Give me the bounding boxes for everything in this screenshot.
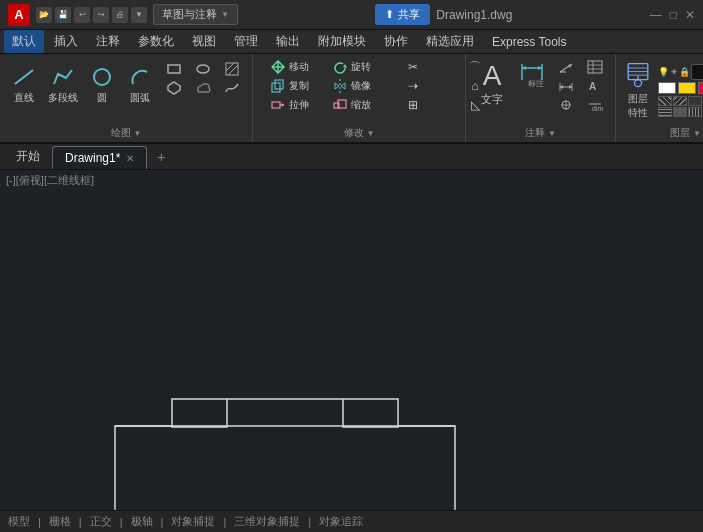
draw-polyline-btn[interactable]: 多段线 [44,58,82,112]
menu-item-view[interactable]: 视图 [184,30,224,53]
layer-group-arrow[interactable]: ▼ [693,129,701,138]
dim-linear-icon[interactable] [552,77,580,95]
status-divider-6: | [308,516,311,528]
svg-rect-47 [0,206,703,496]
extend-btn[interactable]: ⇢ [383,77,443,95]
polygon-icon[interactable] [160,79,188,97]
menu-item-featured[interactable]: 精选应用 [418,30,482,53]
text-label: 文字 [481,92,503,107]
tab-add-btn[interactable]: + [149,145,173,169]
line-icon [12,65,36,89]
layer-properties-btn[interactable]: 图层特性 [622,58,654,122]
circle-label: 圆 [97,91,107,105]
draw-arc-btn[interactable]: 圆弧 [122,58,158,112]
rect-icon[interactable] [160,60,188,78]
lock-icon[interactable]: 🔒 [679,67,690,77]
svg-text:A: A [589,81,596,92]
modify-group-arrow[interactable]: ▼ [367,129,375,138]
status-polar[interactable]: 极轴 [131,514,153,529]
color-swatch-yellow [678,82,696,94]
status-otrack[interactable]: 对象追踪 [319,514,363,529]
text-btn[interactable]: A 文字 [472,58,512,124]
ribbon-group-layer: 图层特性 💡 ☀ 🔒 0 [616,54,703,142]
hatch-icon[interactable] [218,60,246,78]
maximize-btn[interactable]: □ [670,8,677,22]
svg-point-45 [634,80,641,87]
trim-btn[interactable]: ✂ [383,58,443,76]
share-button[interactable]: ⬆ 共享 [375,4,430,25]
draw-group-arrow[interactable]: ▼ [134,129,142,138]
workspace-dropdown[interactable]: 草图与注释 ▼ [153,4,238,25]
menu-item-express[interactable]: Express Tools [484,32,574,52]
move-btn[interactable]: 移动 [259,58,319,76]
layer-properties-label: 图层特性 [628,92,648,120]
workspace-dropdown-arrow: ▼ [221,10,229,19]
quick-dim-icon[interactable]: dim [581,96,609,114]
cloud-icon[interactable] [189,79,217,97]
annotate-extra: A dim [552,58,609,124]
title-bar: A 📂 💾 ↩ ↪ 🖨 ▼ 草图与注释 ▼ ⬆ 共享 Drawing1.dwg … [0,0,703,30]
table-icon[interactable] [581,58,609,76]
array-btn[interactable]: ⊞ [383,96,443,114]
status-ortho[interactable]: 正交 [90,514,112,529]
pattern-3[interactable] [688,96,702,106]
line-label: 直线 [14,91,34,105]
layer-number-input[interactable]: 0 [691,64,703,80]
menu-item-parametric[interactable]: 参数化 [130,30,182,53]
status-model[interactable]: 模型 [8,514,30,529]
menu-item-output[interactable]: 输出 [268,30,308,53]
share-label: 共享 [398,7,420,22]
status-divider-3: | [120,516,123,528]
mirror-btn[interactable]: 镜像 [321,77,381,95]
spline-icon[interactable] [218,79,246,97]
ribbon-group-annotate: A 文字 标注 [466,54,616,142]
tab-close-btn[interactable]: ✕ [126,153,134,164]
ribbon-content: 直线 多段线 圆 [0,54,703,142]
leader-icon[interactable] [552,58,580,76]
status-3dosnap[interactable]: 三维对象捕捉 [234,514,300,529]
canvas-area[interactable]: 1 2 [0,192,703,510]
draw-circle-btn[interactable]: 圆 [84,58,120,112]
annotate-group-arrow[interactable]: ▼ [548,129,556,138]
draw-line-btn[interactable]: 直线 [6,58,42,112]
menu-item-annotate[interactable]: 注释 [88,30,128,53]
drawing1-tab[interactable]: Drawing1* ✕ [52,146,147,169]
pattern-2[interactable] [673,96,687,106]
menu-item-manage[interactable]: 管理 [226,30,266,53]
pattern-5[interactable] [673,107,687,117]
center-mark-icon[interactable] [552,96,580,114]
stretch-btn[interactable]: 拉伸 [259,96,319,114]
status-grid[interactable]: 栅格 [49,514,71,529]
scale-btn[interactable]: 缩放 [321,96,381,114]
light-bulb-icon[interactable]: 💡 [658,67,669,77]
menu-item-addon[interactable]: 附加模块 [310,30,374,53]
quick-redo-btn[interactable]: ↪ [93,7,109,23]
pattern-4[interactable] [658,107,672,117]
status-osnap[interactable]: 对象捕捉 [171,514,215,529]
quick-undo-btn[interactable]: ↩ [74,7,90,23]
mtext-icon[interactable]: A [581,77,609,95]
minimize-btn[interactable]: — [650,8,662,22]
menu-item-default[interactable]: 默认 [4,30,44,53]
stretch-icon [270,97,286,113]
close-btn[interactable]: ✕ [685,8,695,22]
menu-item-collaborate[interactable]: 协作 [376,30,416,53]
copy-btn[interactable]: 复制 [259,77,319,95]
rotate-btn[interactable]: 旋转 [321,58,381,76]
svg-rect-26 [588,61,602,73]
start-tab[interactable]: 开始 [4,144,52,169]
menu-item-insert[interactable]: 插入 [46,30,86,53]
svg-rect-9 [272,83,280,92]
color-swatch-red [698,82,703,94]
quick-extra-btn[interactable]: ▼ [131,7,147,23]
layer-group-label: 图层 ▼ [622,126,703,140]
quick-print-btn[interactable]: 🖨 [112,7,128,23]
sun-icon[interactable]: ☀ [670,67,678,77]
circle-icon [90,65,114,89]
dim-btn[interactable]: 标注 [514,58,550,124]
pattern-1[interactable] [658,96,672,106]
quick-save-btn[interactable]: 💾 [55,7,71,23]
ellipse-icon[interactable] [189,60,217,78]
pattern-6[interactable] [688,107,702,117]
quick-open-btn[interactable]: 📂 [36,7,52,23]
